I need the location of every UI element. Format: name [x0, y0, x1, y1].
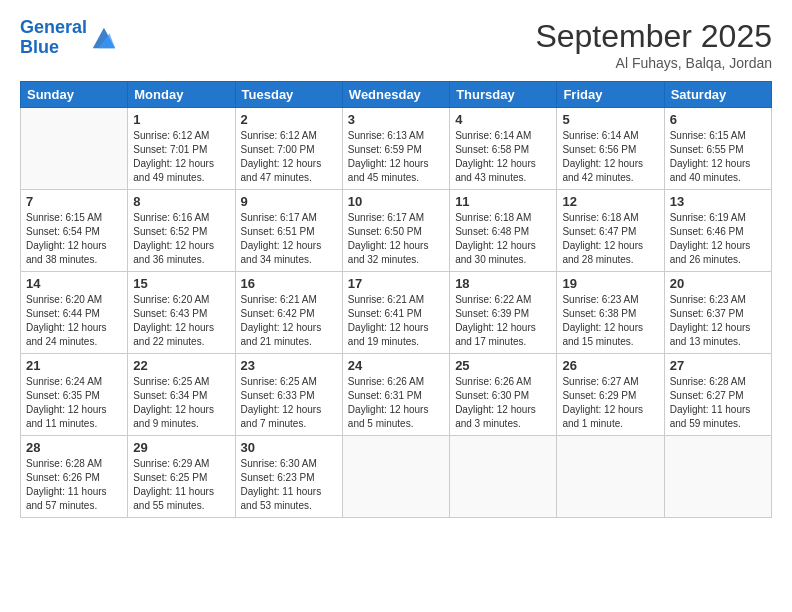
month-title: September 2025 — [535, 18, 772, 55]
day-info: Sunrise: 6:12 AM Sunset: 7:00 PM Dayligh… — [241, 129, 337, 185]
day-cell: 14Sunrise: 6:20 AM Sunset: 6:44 PM Dayli… — [21, 272, 128, 354]
header-row: SundayMondayTuesdayWednesdayThursdayFrid… — [21, 82, 772, 108]
day-number: 7 — [26, 194, 122, 209]
day-info: Sunrise: 6:27 AM Sunset: 6:29 PM Dayligh… — [562, 375, 658, 431]
day-cell: 7Sunrise: 6:15 AM Sunset: 6:54 PM Daylig… — [21, 190, 128, 272]
day-number: 29 — [133, 440, 229, 455]
day-info: Sunrise: 6:12 AM Sunset: 7:01 PM Dayligh… — [133, 129, 229, 185]
day-number: 1 — [133, 112, 229, 127]
day-number: 13 — [670, 194, 766, 209]
logo-line1: General — [20, 17, 87, 37]
header: General Blue September 2025 Al Fuhays, B… — [20, 18, 772, 71]
day-info: Sunrise: 6:24 AM Sunset: 6:35 PM Dayligh… — [26, 375, 122, 431]
day-cell: 30Sunrise: 6:30 AM Sunset: 6:23 PM Dayli… — [235, 436, 342, 518]
day-cell: 2Sunrise: 6:12 AM Sunset: 7:00 PM Daylig… — [235, 108, 342, 190]
day-number: 23 — [241, 358, 337, 373]
day-number: 19 — [562, 276, 658, 291]
day-info: Sunrise: 6:15 AM Sunset: 6:55 PM Dayligh… — [670, 129, 766, 185]
day-cell: 18Sunrise: 6:22 AM Sunset: 6:39 PM Dayli… — [450, 272, 557, 354]
day-number: 21 — [26, 358, 122, 373]
logo: General Blue — [20, 18, 117, 58]
day-number: 30 — [241, 440, 337, 455]
location: Al Fuhays, Balqa, Jordan — [535, 55, 772, 71]
day-number: 25 — [455, 358, 551, 373]
day-info: Sunrise: 6:19 AM Sunset: 6:46 PM Dayligh… — [670, 211, 766, 267]
day-cell: 19Sunrise: 6:23 AM Sunset: 6:38 PM Dayli… — [557, 272, 664, 354]
day-number: 9 — [241, 194, 337, 209]
day-cell — [557, 436, 664, 518]
day-info: Sunrise: 6:23 AM Sunset: 6:37 PM Dayligh… — [670, 293, 766, 349]
logo-icon — [89, 24, 117, 52]
day-info: Sunrise: 6:28 AM Sunset: 6:26 PM Dayligh… — [26, 457, 122, 513]
col-header-wednesday: Wednesday — [342, 82, 449, 108]
week-row-4: 21Sunrise: 6:24 AM Sunset: 6:35 PM Dayli… — [21, 354, 772, 436]
day-cell: 4Sunrise: 6:14 AM Sunset: 6:58 PM Daylig… — [450, 108, 557, 190]
day-info: Sunrise: 6:22 AM Sunset: 6:39 PM Dayligh… — [455, 293, 551, 349]
day-number: 11 — [455, 194, 551, 209]
day-cell: 11Sunrise: 6:18 AM Sunset: 6:48 PM Dayli… — [450, 190, 557, 272]
day-cell: 10Sunrise: 6:17 AM Sunset: 6:50 PM Dayli… — [342, 190, 449, 272]
day-info: Sunrise: 6:18 AM Sunset: 6:47 PM Dayligh… — [562, 211, 658, 267]
day-number: 5 — [562, 112, 658, 127]
day-info: Sunrise: 6:28 AM Sunset: 6:27 PM Dayligh… — [670, 375, 766, 431]
day-info: Sunrise: 6:21 AM Sunset: 6:42 PM Dayligh… — [241, 293, 337, 349]
day-number: 22 — [133, 358, 229, 373]
day-cell: 25Sunrise: 6:26 AM Sunset: 6:30 PM Dayli… — [450, 354, 557, 436]
day-info: Sunrise: 6:20 AM Sunset: 6:43 PM Dayligh… — [133, 293, 229, 349]
day-info: Sunrise: 6:23 AM Sunset: 6:38 PM Dayligh… — [562, 293, 658, 349]
day-number: 10 — [348, 194, 444, 209]
day-cell: 1Sunrise: 6:12 AM Sunset: 7:01 PM Daylig… — [128, 108, 235, 190]
week-row-3: 14Sunrise: 6:20 AM Sunset: 6:44 PM Dayli… — [21, 272, 772, 354]
day-info: Sunrise: 6:14 AM Sunset: 6:58 PM Dayligh… — [455, 129, 551, 185]
calendar-table: SundayMondayTuesdayWednesdayThursdayFrid… — [20, 81, 772, 518]
logo-text: General Blue — [20, 18, 87, 58]
col-header-friday: Friday — [557, 82, 664, 108]
day-info: Sunrise: 6:26 AM Sunset: 6:31 PM Dayligh… — [348, 375, 444, 431]
day-cell: 22Sunrise: 6:25 AM Sunset: 6:34 PM Dayli… — [128, 354, 235, 436]
day-number: 16 — [241, 276, 337, 291]
day-number: 8 — [133, 194, 229, 209]
day-number: 12 — [562, 194, 658, 209]
day-info: Sunrise: 6:26 AM Sunset: 6:30 PM Dayligh… — [455, 375, 551, 431]
day-info: Sunrise: 6:14 AM Sunset: 6:56 PM Dayligh… — [562, 129, 658, 185]
logo-line2: Blue — [20, 37, 59, 57]
day-info: Sunrise: 6:16 AM Sunset: 6:52 PM Dayligh… — [133, 211, 229, 267]
day-number: 18 — [455, 276, 551, 291]
title-block: September 2025 Al Fuhays, Balqa, Jordan — [535, 18, 772, 71]
day-info: Sunrise: 6:18 AM Sunset: 6:48 PM Dayligh… — [455, 211, 551, 267]
day-info: Sunrise: 6:25 AM Sunset: 6:33 PM Dayligh… — [241, 375, 337, 431]
day-cell: 21Sunrise: 6:24 AM Sunset: 6:35 PM Dayli… — [21, 354, 128, 436]
col-header-sunday: Sunday — [21, 82, 128, 108]
day-number: 17 — [348, 276, 444, 291]
day-number: 24 — [348, 358, 444, 373]
week-row-1: 1Sunrise: 6:12 AM Sunset: 7:01 PM Daylig… — [21, 108, 772, 190]
day-number: 6 — [670, 112, 766, 127]
day-number: 14 — [26, 276, 122, 291]
day-cell: 26Sunrise: 6:27 AM Sunset: 6:29 PM Dayli… — [557, 354, 664, 436]
day-cell — [342, 436, 449, 518]
day-cell: 24Sunrise: 6:26 AM Sunset: 6:31 PM Dayli… — [342, 354, 449, 436]
day-cell — [664, 436, 771, 518]
day-info: Sunrise: 6:21 AM Sunset: 6:41 PM Dayligh… — [348, 293, 444, 349]
col-header-thursday: Thursday — [450, 82, 557, 108]
day-number: 4 — [455, 112, 551, 127]
day-cell: 20Sunrise: 6:23 AM Sunset: 6:37 PM Dayli… — [664, 272, 771, 354]
day-info: Sunrise: 6:15 AM Sunset: 6:54 PM Dayligh… — [26, 211, 122, 267]
day-cell: 23Sunrise: 6:25 AM Sunset: 6:33 PM Dayli… — [235, 354, 342, 436]
day-cell — [21, 108, 128, 190]
page: General Blue September 2025 Al Fuhays, B… — [0, 0, 792, 612]
day-cell: 8Sunrise: 6:16 AM Sunset: 6:52 PM Daylig… — [128, 190, 235, 272]
day-cell: 6Sunrise: 6:15 AM Sunset: 6:55 PM Daylig… — [664, 108, 771, 190]
day-cell: 5Sunrise: 6:14 AM Sunset: 6:56 PM Daylig… — [557, 108, 664, 190]
day-info: Sunrise: 6:25 AM Sunset: 6:34 PM Dayligh… — [133, 375, 229, 431]
day-cell: 9Sunrise: 6:17 AM Sunset: 6:51 PM Daylig… — [235, 190, 342, 272]
day-info: Sunrise: 6:13 AM Sunset: 6:59 PM Dayligh… — [348, 129, 444, 185]
day-cell: 3Sunrise: 6:13 AM Sunset: 6:59 PM Daylig… — [342, 108, 449, 190]
col-header-monday: Monday — [128, 82, 235, 108]
day-number: 3 — [348, 112, 444, 127]
day-number: 2 — [241, 112, 337, 127]
day-cell: 15Sunrise: 6:20 AM Sunset: 6:43 PM Dayli… — [128, 272, 235, 354]
day-info: Sunrise: 6:20 AM Sunset: 6:44 PM Dayligh… — [26, 293, 122, 349]
day-cell: 16Sunrise: 6:21 AM Sunset: 6:42 PM Dayli… — [235, 272, 342, 354]
day-info: Sunrise: 6:29 AM Sunset: 6:25 PM Dayligh… — [133, 457, 229, 513]
